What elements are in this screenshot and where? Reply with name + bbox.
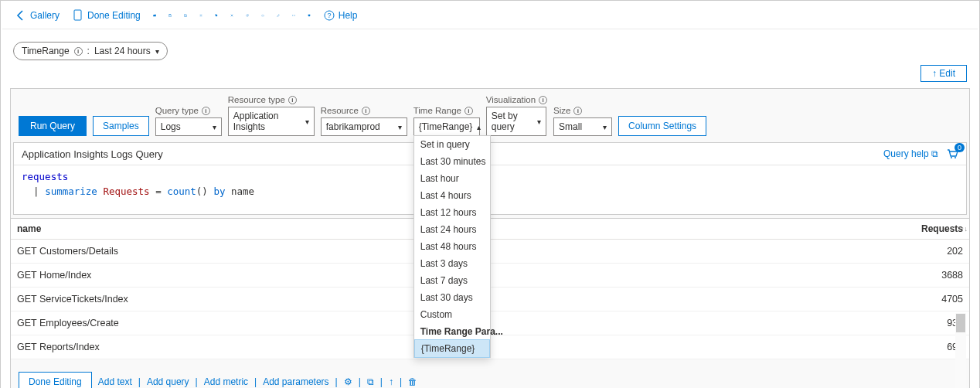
close-x-icon[interactable] [226,9,238,22]
add-metric-link[interactable]: Add metric [204,376,248,387]
visualization-label: Visualizationi [486,95,547,104]
size-label: Sizei [553,106,612,115]
chevron-down-icon: ▾ [213,123,216,131]
timerange-parameter-pill[interactable]: TimeRange i : Last 24 hours ▾ [13,42,168,60]
gallery-button[interactable]: Gallery [10,7,64,24]
resource-type-select[interactable]: Application Insights▾ [228,107,315,136]
add-query-link[interactable]: Add query [147,376,189,387]
chevron-down-icon: ▾ [155,47,159,56]
query-type-select[interactable]: Logs▾ [155,117,222,136]
svg-point-5 [951,157,952,158]
query-title: Application Insights Logs Query [22,148,163,160]
info-icon: i [74,47,83,56]
done-editing-button[interactable]: Done Editing [67,7,145,24]
chevron-down-icon: ▾ [398,123,402,131]
parameter-bar: TimeRange i : Last 24 hours ▾ [2,29,978,65]
delete-icon[interactable]: 🗑 [408,376,417,387]
cell-requests: 4705 [915,288,969,311]
gallery-label: Gallery [30,10,60,21]
document-icon [72,9,84,22]
info-icon: i [202,107,210,115]
move-up-icon[interactable]: ↑ [389,376,393,387]
time-range-dropdown: Set in queryLast 30 minutesLast hourLast… [413,135,491,358]
info-icon: i [288,96,297,104]
cell-requests: 3688 [915,264,969,287]
cart-icon[interactable]: 0 [946,148,958,160]
svg-text:?: ? [327,12,331,19]
edit-button[interactable]: ↑ Edit [920,65,967,82]
chevron-down-icon: ▾ [603,123,607,131]
time-range-option[interactable]: Last 24 hours [414,221,490,238]
query-type-label: Query typei [155,106,222,115]
add-parameters-link[interactable]: Add parameters [263,376,328,387]
gear-small-icon[interactable]: ⚙ [344,376,352,387]
pill-value: Last 24 hours [94,46,151,56]
pill-colon: : [87,46,90,56]
open-icon[interactable] [148,9,161,22]
table-scrollbar[interactable] [955,313,966,388]
samples-button[interactable]: Samples [93,116,149,136]
refresh-icon[interactable] [241,9,254,22]
help-icon: ? [323,9,335,22]
time-range-label: Time Rangei [413,106,480,115]
time-range-option[interactable]: Custom [414,306,490,323]
query-panel: Run Query Samples Query typei Logs▾ Reso… [10,88,970,388]
heart-icon[interactable] [303,9,315,22]
notification-badge: 0 [954,143,965,152]
info-icon: i [573,107,582,115]
info-icon: i [464,107,473,115]
chevron-down-icon: ▾ [305,117,309,126]
add-text-link[interactable]: Add text [98,376,132,387]
help-button[interactable]: ? Help [318,7,362,24]
svg-rect-1 [169,15,171,15]
time-range-option[interactable]: Last 30 days [414,289,490,306]
info-icon: i [362,107,370,115]
resource-type-label: Resource typei [228,95,315,104]
pill-param-name: TimeRange [22,46,70,56]
time-range-option[interactable]: Last 48 hours [414,238,490,255]
save-icon[interactable] [164,9,176,22]
panel-footer: Done Editing Add text | Add query | Add … [11,364,969,388]
pin-icon[interactable] [272,9,284,22]
time-range-option[interactable]: Last 4 hours [414,187,490,204]
visualization-select[interactable]: Set by query▾ [486,107,546,136]
time-range-option[interactable]: {TimeRange} [414,339,490,358]
svg-rect-0 [74,10,81,20]
chevron-down-icon: ▾ [537,117,541,126]
time-range-option[interactable]: Last 12 hours [414,204,490,221]
cell-requests: 202 [915,240,969,263]
col-requests[interactable]: Requests ↑↓ [915,219,969,239]
top-toolbar: Gallery Done Editing ? Help [2,2,978,29]
size-select[interactable]: Small▾ [553,117,612,136]
done-editing-footer-button[interactable]: Done Editing [19,372,92,388]
svg-point-6 [954,157,956,158]
external-link-icon: ⧉ [931,148,938,159]
copy-icon[interactable]: ⧉ [367,376,374,387]
query-controls: Run Query Samples Query typei Logs▾ Reso… [11,95,969,142]
time-range-option[interactable]: Last 7 days [414,272,490,289]
cloud-icon[interactable] [257,9,269,22]
tag-icon[interactable] [210,9,223,22]
time-range-option[interactable]: Set in query [414,136,490,153]
save-as-icon[interactable] [179,9,192,22]
edit-row: ↑ Edit [2,65,978,88]
help-label: Help [339,10,358,21]
done-editing-label: Done Editing [87,10,141,21]
info-icon: i [539,96,547,104]
column-settings-button[interactable]: Column Settings [618,116,706,136]
back-arrow-icon [15,9,27,22]
run-query-button[interactable]: Run Query [19,116,87,136]
sort-icon: ↑↓ [961,225,968,233]
time-range-option[interactable]: Time Range Para... [414,323,490,340]
time-range-option[interactable]: Last hour [414,170,490,187]
query-help-link[interactable]: Query help ⧉ [883,148,938,159]
time-range-select[interactable]: {TimeRange}▴ [413,117,480,136]
chevron-up-icon: ▴ [477,123,481,131]
time-range-option[interactable]: Last 30 minutes [414,153,490,170]
time-range-option[interactable]: Last 3 days [414,255,490,272]
resource-label: Resourcei [321,106,407,115]
gear-icon[interactable] [195,9,207,22]
svg-point-2 [200,15,202,16]
resource-select[interactable]: fabrikamprod▾ [321,117,407,136]
code-icon[interactable] [288,9,300,22]
